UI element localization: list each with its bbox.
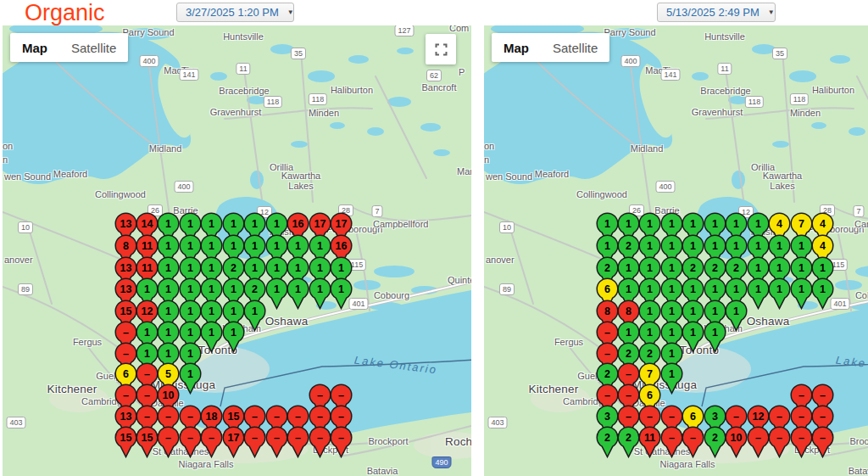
rank-pin[interactable]: 1	[790, 277, 813, 310]
date-dropdown-right[interactable]: 5/13/2025 2:49 PM ▼	[657, 3, 776, 22]
rank-pin[interactable]: 15	[136, 426, 159, 458]
rank-pin[interactable]: –	[790, 426, 813, 458]
rank-pin[interactable]: –	[660, 426, 683, 458]
svg-text:1: 1	[755, 240, 761, 252]
svg-text:1: 1	[647, 305, 653, 317]
svg-text:1: 1	[295, 240, 301, 252]
svg-text:14: 14	[141, 218, 153, 230]
svg-text:7: 7	[798, 218, 804, 230]
svg-text:–: –	[604, 389, 610, 401]
map-canvas[interactable]: Parry SoundHuntsvilleMacTierBracebridgeG…	[484, 25, 868, 476]
svg-text:1: 1	[209, 283, 214, 295]
svg-text:1: 1	[690, 305, 696, 317]
rank-pin[interactable]: 1	[243, 300, 266, 332]
svg-text:–: –	[187, 432, 193, 444]
rank-pin[interactable]: 1	[811, 277, 834, 310]
svg-text:2: 2	[252, 283, 258, 295]
svg-text:1: 1	[755, 283, 761, 295]
svg-text:10: 10	[731, 432, 743, 444]
svg-text:–: –	[144, 368, 150, 380]
rank-pin[interactable]: 1	[287, 277, 309, 310]
svg-text:–: –	[317, 411, 323, 423]
rank-pin[interactable]: –	[179, 426, 202, 458]
svg-text:–: –	[165, 411, 171, 423]
rank-pin[interactable]: –	[157, 426, 180, 458]
svg-text:1: 1	[317, 283, 323, 295]
svg-text:11: 11	[142, 240, 153, 252]
rank-pin[interactable]: –	[747, 426, 770, 458]
svg-text:1: 1	[647, 218, 653, 230]
rank-pin[interactable]: 1	[265, 277, 288, 310]
svg-text:–: –	[626, 389, 632, 401]
top-bar: Organic 3/27/2025 1:20 PM ▼ 5/13/2025 2:…	[0, 0, 868, 25]
rank-pin[interactable]: 11	[638, 426, 661, 458]
svg-text:1: 1	[252, 240, 258, 252]
svg-text:1: 1	[317, 262, 323, 274]
rank-pin[interactable]: 2	[617, 426, 640, 458]
rank-pin[interactable]: –	[243, 426, 266, 458]
svg-text:–: –	[123, 389, 129, 401]
rank-pin[interactable]: –	[768, 426, 791, 458]
svg-text:1: 1	[209, 305, 214, 317]
svg-text:12: 12	[141, 305, 153, 317]
rank-pin[interactable]: –	[265, 426, 288, 458]
rank-pin[interactable]: –	[309, 426, 331, 458]
map-type-map-button[interactable]: Map	[492, 33, 541, 62]
map-type-satellite-button[interactable]: Satellite	[541, 33, 609, 62]
svg-text:1: 1	[187, 305, 193, 317]
svg-text:1: 1	[820, 262, 826, 274]
map-type-satellite-button[interactable]: Satellite	[59, 33, 128, 62]
rank-pin[interactable]: –	[682, 426, 704, 458]
rank-pin[interactable]: 2	[704, 426, 726, 458]
rank-pin[interactable]: 1	[330, 277, 353, 310]
svg-text:17: 17	[314, 218, 326, 230]
svg-text:–: –	[295, 432, 301, 444]
svg-text:–: –	[144, 389, 150, 401]
svg-text:2: 2	[231, 262, 236, 274]
rank-pin[interactable]: 1	[660, 362, 683, 395]
rank-pin[interactable]: 1	[682, 321, 704, 353]
svg-text:1: 1	[690, 283, 696, 295]
rank-pin[interactable]: 1	[222, 321, 245, 353]
svg-text:1: 1	[712, 240, 718, 252]
map-left[interactable]: Parry SoundHuntsvilleMacTierBracebridgeG…	[3, 25, 471, 476]
svg-text:1: 1	[733, 240, 739, 252]
rank-pin[interactable]: 15	[114, 426, 137, 458]
fullscreen-button[interactable]	[426, 34, 456, 64]
rank-pin[interactable]: 2	[596, 426, 619, 458]
rank-pin[interactable]: 1	[200, 321, 223, 353]
svg-text:8: 8	[123, 240, 129, 252]
svg-text:17: 17	[336, 218, 348, 230]
date-dropdown-left[interactable]: 3/27/2025 1:20 PM ▼	[176, 3, 294, 22]
rank-pin[interactable]: 10	[725, 426, 748, 458]
map-canvas[interactable]: Parry SoundHuntsvilleMacTierBracebridgeG…	[3, 25, 471, 476]
svg-text:6: 6	[690, 411, 696, 423]
rank-pin[interactable]: –	[287, 426, 309, 458]
rank-pin[interactable]: 1	[179, 362, 202, 395]
svg-text:1: 1	[798, 240, 804, 252]
svg-text:1: 1	[776, 283, 782, 295]
rank-pin[interactable]: 1	[768, 277, 791, 310]
svg-text:16: 16	[336, 240, 348, 252]
rank-pin[interactable]: 1	[747, 277, 770, 310]
rank-pin[interactable]: 1	[725, 300, 748, 332]
map-right[interactable]: Parry SoundHuntsvilleMacTierBracebridgeG…	[484, 25, 868, 476]
rank-pin[interactable]: –	[811, 426, 834, 458]
rank-pin[interactable]: 17	[222, 426, 245, 458]
svg-text:1: 1	[669, 305, 675, 317]
svg-text:1: 1	[820, 283, 826, 295]
svg-text:2: 2	[626, 432, 632, 444]
rank-pin[interactable]: –	[200, 426, 223, 458]
rank-pin[interactable]: –	[330, 426, 353, 458]
rank-pin[interactable]: 1	[704, 321, 726, 353]
rank-pin[interactable]: 1	[309, 277, 331, 310]
svg-text:1: 1	[252, 262, 258, 274]
svg-text:2: 2	[733, 262, 739, 274]
map-type-map-button[interactable]: Map	[10, 33, 59, 62]
svg-text:–: –	[798, 389, 804, 401]
svg-text:11: 11	[142, 262, 153, 274]
svg-text:–: –	[252, 432, 258, 444]
svg-text:–: –	[604, 327, 610, 339]
svg-text:4: 4	[776, 218, 782, 230]
svg-text:1: 1	[798, 262, 804, 274]
